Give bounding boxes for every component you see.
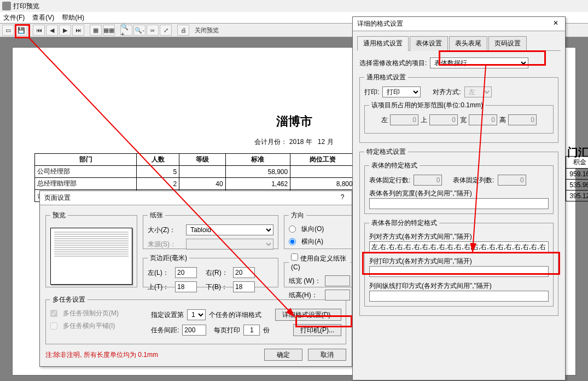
grp-specific: 特定格式设置: [364, 147, 408, 157]
margin-bottom-label: 下(B)：: [206, 282, 230, 292]
dialog-titlebar: 页面设置 ?: [40, 191, 352, 205]
toolbar-prev-icon[interactable]: ◀: [46, 25, 58, 36]
fixed-rows-label: 表体固定行数:: [369, 176, 410, 185]
printer-button[interactable]: 打印机(P)...: [293, 324, 341, 336]
col-print-label: 列打印方式(各对齐方式间用","隔开): [369, 257, 472, 265]
landscape-label: 横向(A): [301, 237, 323, 246]
subtitle-month: 12 月: [318, 138, 334, 146]
toolbar-zoomout-icon[interactable]: 🔍-: [133, 25, 145, 36]
side-val: 395.12: [566, 190, 588, 201]
subtitle-year: 2018 年: [289, 138, 312, 146]
ok-button[interactable]: 确定: [264, 349, 302, 361]
col-line-input[interactable]: [369, 291, 549, 302]
col-grade: 等级: [179, 154, 226, 166]
per-page-label: 每页打印: [214, 326, 240, 335]
ph-label: 纸高(H)：: [289, 291, 322, 300]
print-select[interactable]: 打印: [382, 86, 421, 97]
titlebar: 打印预览: [0, 0, 588, 12]
tab-body[interactable]: 表体设置: [410, 36, 448, 51]
spec-suffix: 个任务的详细格式: [209, 310, 261, 320]
size-label: 大小(Z)：: [148, 226, 183, 235]
format-item-select[interactable]: 表体数据行: [430, 57, 528, 68]
tab-general[interactable]: 通用格式设置: [357, 36, 409, 51]
length-unit-note: 注:除非注明, 所有长度单位均为 0.1mm: [45, 350, 158, 360]
cancel-button[interactable]: 取消: [308, 349, 346, 361]
tab-headfoot[interactable]: 表头表尾: [449, 36, 487, 51]
paper-source-select: [186, 239, 273, 250]
dialog-title: 页面设置: [44, 193, 71, 203]
multi-break-checkbox: [50, 310, 57, 317]
multi-tile-label: 多任务横向平铺(I): [63, 321, 115, 331]
fixed-cols-input: [498, 175, 526, 186]
orient-portrait-radio[interactable]: [289, 226, 296, 233]
margin-bottom-input[interactable]: [233, 281, 255, 292]
col-align-input[interactable]: [369, 241, 549, 252]
grp-preview: 预览: [50, 211, 68, 220]
preview-thumbnail: [50, 228, 132, 285]
paper-height-input: [325, 290, 350, 301]
toolbar-zoom-icon[interactable]: ∞: [147, 25, 159, 36]
grp-parts: 表体各部分的特定格式: [369, 218, 439, 228]
col-dept: 部门: [35, 154, 137, 166]
toolbar-multipage-icon[interactable]: ▦▦: [103, 25, 115, 36]
detail-format-button[interactable]: 详细格式设置(D)..: [275, 309, 341, 321]
margin-top-input[interactable]: [175, 281, 197, 292]
align-label: 对齐方式:: [433, 88, 461, 97]
tab-pageno[interactable]: 页码设置: [488, 36, 527, 51]
menu-file[interactable]: 文件(F): [3, 13, 25, 22]
separator: [28, 25, 32, 36]
side-table: 积金 959.16 535.96 395.12: [566, 156, 588, 201]
margin-top-label: 上(T)：: [148, 282, 172, 292]
col-align-label: 列对齐方式(各对齐方式间用","隔开): [369, 233, 472, 240]
range-width-label: 宽: [460, 116, 467, 125]
title-right-frag: 门汇: [567, 145, 588, 160]
custom-paper-checkbox[interactable]: [291, 253, 298, 261]
paper-width-input: [325, 275, 350, 286]
fixed-cols-label: 表体固定列数:: [453, 176, 494, 185]
tabs: 通用格式设置 表体设置 表头表尾 页码设置: [357, 36, 561, 51]
range-top-input: [429, 114, 458, 125]
separator: [173, 25, 176, 36]
range-left-input: [390, 114, 418, 125]
pw-label: 纸宽 (W)：: [289, 276, 322, 286]
grp-body-spec: 表体的特定格式: [369, 161, 420, 170]
margin-right-input[interactable]: [233, 267, 255, 278]
col-count: 人数: [137, 154, 179, 166]
select-item-label: 选择需修改格式的项目:: [359, 59, 427, 68]
margin-left-input[interactable]: [175, 267, 197, 278]
side-val: 535.96: [566, 180, 588, 190]
close-icon[interactable]: ?: [337, 193, 347, 203]
source-label: 来源(S)：: [148, 240, 183, 249]
toolbar-onepage-icon[interactable]: ▦: [90, 25, 102, 36]
multi-break-label: 多任务强制分页(M): [63, 309, 119, 318]
close-icon[interactable]: ✕: [551, 19, 561, 28]
per-page-input[interactable]: [243, 325, 260, 336]
col-print-input[interactable]: [369, 266, 549, 277]
toolbar-last-icon[interactable]: ⏭: [72, 25, 84, 36]
task-gap-input[interactable]: [182, 325, 206, 336]
toolbar-print-icon[interactable]: 🖨: [177, 25, 189, 36]
col-post: 岗位工资: [290, 154, 356, 166]
dialog-title: 详细的格式设置: [357, 19, 403, 28]
toolbar-first-icon[interactable]: ⏮: [33, 25, 45, 36]
app-icon: [2, 2, 11, 10]
dialog-titlebar: 详细的格式设置 ✕: [353, 17, 565, 31]
close-preview-button[interactable]: 关闭预览: [190, 25, 223, 36]
menu-view[interactable]: 查看(V): [32, 13, 54, 22]
toolbar-save-icon[interactable]: 💾: [15, 25, 27, 36]
per-page-suffix: 份: [263, 326, 270, 335]
task-no-select[interactable]: 1: [187, 309, 206, 320]
range-top-label: 上: [421, 116, 427, 125]
menu-help[interactable]: 帮助(H): [62, 13, 84, 22]
separator: [116, 25, 119, 36]
toolbar-page-setup-icon[interactable]: ▭: [2, 25, 14, 36]
col-width-input[interactable]: [369, 198, 549, 209]
toolbar-fit-icon[interactable]: ⤢: [160, 25, 172, 36]
toolbar-zoomin-icon[interactable]: 🔍+: [120, 25, 132, 36]
orient-landscape-radio[interactable]: [289, 238, 296, 245]
paper-size-select[interactable]: Tabloid: [186, 224, 273, 235]
col-line-label: 列间纵线打印方式(各对齐方式间用","隔开): [369, 282, 492, 290]
gap-label: 任务间距:: [151, 326, 179, 335]
page-setup-dialog: 页面设置 ? 预览 纸张: [39, 190, 352, 367]
toolbar-next-icon[interactable]: ▶: [59, 25, 71, 36]
